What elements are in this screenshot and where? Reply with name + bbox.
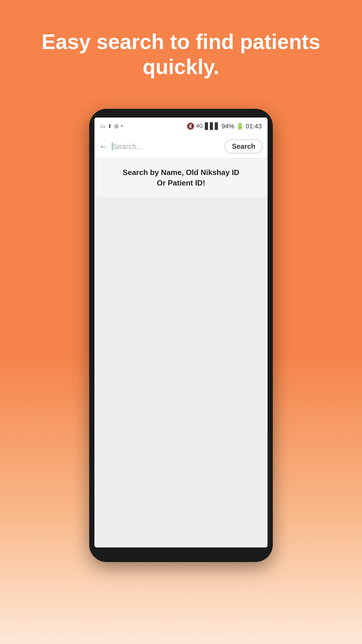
back-button[interactable]: ← — [99, 141, 108, 151]
search-hint-text: Search by Name, Old Nikshay IDOr Patient… — [100, 167, 262, 188]
image-icon: ⊞ — [114, 123, 119, 130]
upload-icon: ⬆ — [108, 123, 112, 130]
status-bar: ▭ ⬆ ⊞ • 🔇 4G ▋▋▋ 94% 🔋 01:43 — [94, 118, 268, 135]
search-hint-section: Search by Name, Old Nikshay IDOr Patient… — [94, 158, 268, 197]
dot-icon: • — [121, 123, 123, 129]
signal-icon: ▋▋▋ — [205, 123, 220, 130]
phone-mockup: ▭ ⬆ ⊞ • 🔇 4G ▋▋▋ 94% 🔋 01:43 ← Search — [89, 109, 273, 562]
screen-icon: ▭ — [100, 123, 105, 130]
battery-level: 94% — [222, 123, 234, 130]
page-title: Easy search to find patients quickly. — [0, 0, 362, 103]
status-bar-right: 🔇 4G ▋▋▋ 94% 🔋 01:43 — [187, 123, 262, 130]
clock: 01:43 — [246, 123, 262, 130]
search-input[interactable] — [113, 142, 221, 151]
battery-icon: 🔋 — [236, 123, 244, 130]
phone-screen: ▭ ⬆ ⊞ • 🔇 4G ▋▋▋ 94% 🔋 01:43 ← Search — [94, 118, 268, 547]
network-icon: 4G — [196, 123, 203, 129]
search-bar-container: ← Search — [94, 135, 268, 158]
header-section: Easy search to find patients quickly. — [0, 0, 362, 103]
search-button[interactable]: Search — [224, 139, 263, 153]
results-area — [94, 197, 268, 547]
mute-icon: 🔇 — [187, 123, 194, 130]
status-bar-left: ▭ ⬆ ⊞ • — [100, 123, 123, 130]
